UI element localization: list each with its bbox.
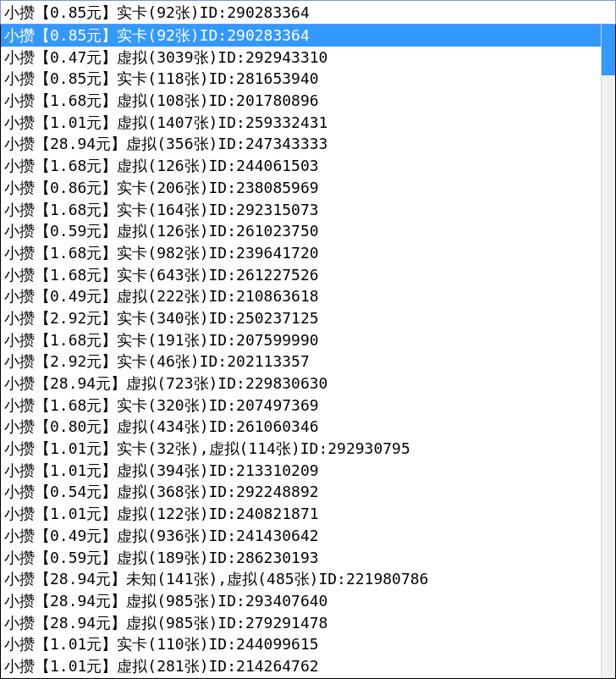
combobox-container: 小攒【0.85元】实卡(92张)ID:290283364小攒【0.47元】虚拟(… [0, 0, 616, 679]
dropdown-item[interactable]: 小攒【1.68元】实卡(191张)ID:207599990 [1, 329, 601, 351]
dropdown-list: 小攒【0.85元】实卡(92张)ID:290283364小攒【0.47元】虚拟(… [1, 25, 601, 678]
combobox-input[interactable] [0, 0, 616, 25]
dropdown-item[interactable]: 小攒【1.68元】实卡(982张)ID:239641720 [1, 242, 601, 264]
dropdown-item[interactable]: 小攒【0.85元】实卡(118张)ID:281653940 [1, 68, 601, 90]
dropdown-item[interactable]: 小攒【1.01元】实卡(110张)ID:244099615 [1, 633, 601, 655]
scrollbar-thumb[interactable] [602, 25, 615, 75]
dropdown-item[interactable]: 小攒【1.68元】实卡(320张)ID:207497369 [1, 395, 601, 417]
dropdown-item[interactable]: 小攒【0.85元】实卡(92张)ID:290283364 [1, 25, 601, 47]
dropdown-panel: 小攒【0.85元】实卡(92张)ID:290283364小攒【0.47元】虚拟(… [0, 25, 616, 679]
dropdown-item[interactable]: 小攒【0.80元】虚拟(434张)ID:261060346 [1, 416, 601, 438]
dropdown-item[interactable]: 小攒【1.68元】虚拟(108张)ID:201780896 [1, 90, 601, 112]
dropdown-item[interactable]: 小攒【28.94元】虚拟(985张)ID:279291478 [1, 612, 601, 634]
scrollbar[interactable] [601, 25, 615, 678]
dropdown-item[interactable]: 小攒【28.94元】未知(141张),虚拟(485张)ID:221980786 [1, 568, 601, 590]
dropdown-item[interactable]: 小攒【0.54元】虚拟(368张)ID:292248892 [1, 481, 601, 503]
dropdown-item[interactable]: 小攒【1.01元】虚拟(281张)ID:214264762 [1, 655, 601, 677]
dropdown-item[interactable]: 小攒【28.94元】虚拟(723张)ID:229830630 [1, 373, 601, 395]
dropdown-item[interactable]: 小攒【0.47元】虚拟(3039张)ID:292943310 [1, 47, 601, 69]
dropdown-item[interactable]: 小攒【1.01元】虚拟(122张)ID:240821871 [1, 503, 601, 525]
dropdown-item[interactable]: 小攒【0.59元】虚拟(189张)ID:286230193 [1, 547, 601, 569]
dropdown-item[interactable]: 小攒【28.94元】虚拟(356张)ID:247343333 [1, 133, 601, 155]
dropdown-item[interactable]: 小攒【0.86元】实卡(206张)ID:238085969 [1, 177, 601, 199]
dropdown-item[interactable]: 小攒【0.59元】虚拟(126张)ID:261023750 [1, 220, 601, 242]
dropdown-item[interactable]: 小攒【1.68元】虚拟(126张)ID:244061503 [1, 155, 601, 177]
dropdown-item[interactable]: 小攒【1.68元】实卡(643张)ID:261227526 [1, 264, 601, 286]
dropdown-item[interactable]: 小攒【0.49元】虚拟(936张)ID:241430642 [1, 525, 601, 547]
dropdown-item[interactable]: 小攒【0.49元】虚拟(222张)ID:210863618 [1, 285, 601, 307]
scrollbar-track[interactable] [602, 25, 615, 678]
dropdown-item[interactable]: 小攒【2.92元】实卡(340张)ID:250237125 [1, 307, 601, 329]
dropdown-item[interactable]: 小攒【28.94元】虚拟(985张)ID:293407640 [1, 590, 601, 612]
dropdown-item[interactable]: 小攒【2.92元】实卡(46张)ID:202113357 [1, 351, 601, 373]
dropdown-item[interactable]: 小攒【1.01元】实卡(32张),虚拟(114张)ID:292930795 [1, 438, 601, 460]
dropdown-item[interactable]: 小攒【1.68元】实卡(164张)ID:292315073 [1, 199, 601, 221]
dropdown-item[interactable]: 小攒【1.01元】虚拟(394张)ID:213310209 [1, 460, 601, 482]
dropdown-item[interactable]: 小攒【1.01元】虚拟(1407张)ID:259332431 [1, 112, 601, 134]
